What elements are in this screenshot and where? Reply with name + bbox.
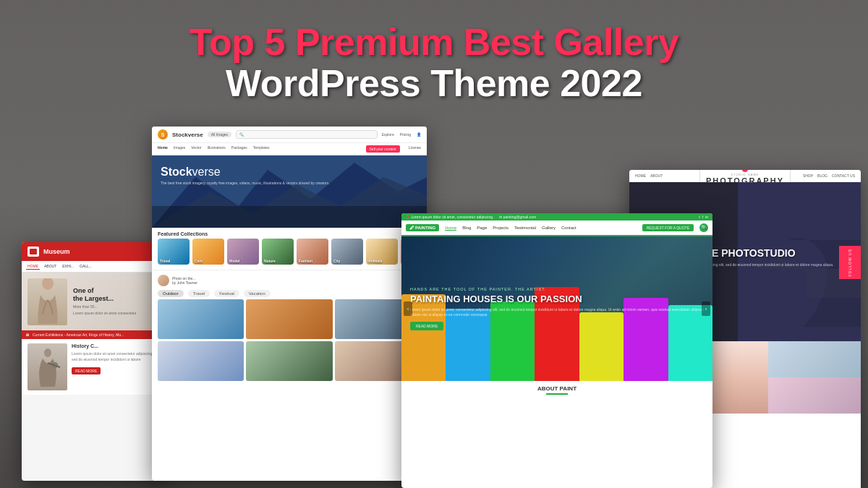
painting-prev-arrow[interactable]: ‹ [404,301,412,316]
stock-grid-item-1[interactable] [158,299,244,339]
painting-nav-blog[interactable]: Blog [462,226,471,230]
painting-topbar: 📍 Lorem ipsum dolor sit amet, consectetu… [401,213,712,221]
painting-next-arrow[interactable]: › [702,301,710,316]
museum-title: Museum [43,248,70,255]
stock-subnav: Home Images Vector Illustrations Package… [152,143,427,155]
painting-nav-home[interactable]: Home [445,226,456,231]
stock-author-name: by John Towner [172,281,197,285]
title-line2: WordPress Theme 2022 [0,63,868,104]
stock-tab-vacation[interactable]: Vacation [244,290,271,297]
coll-cars[interactable]: Cars [192,239,224,265]
stock-collections-title: Featured Collections [152,228,427,239]
coll-city[interactable]: City [331,239,363,265]
stock-hero-title: Stockverse [161,166,418,179]
stock-user[interactable]: 👤 [417,132,421,137]
stock-license[interactable]: License [409,145,421,153]
museum-hero-heading: One ofthe Largest... [73,287,161,303]
photo-gallery-side-bot[interactable] [768,377,861,414]
painting-logo-icon: 🖌 [409,226,414,230]
stock-sell-btn[interactable]: Sell your content [366,145,400,153]
museum-section: History C... Lorem ipsum dolor sit amet … [22,339,166,395]
museum-hero-p: More than 50... [73,304,161,309]
photo-gallery-side-top[interactable] [768,341,861,377]
coll-nature[interactable]: Nature [262,239,294,265]
coll-model[interactable]: Model [227,239,259,265]
stock-grid-item-5[interactable] [246,341,332,381]
coll-travel[interactable]: Travel [158,239,190,265]
painting-facebook[interactable]: f [702,215,703,219]
photo-nav-blog[interactable]: BLOG [817,174,827,178]
stock-pricing[interactable]: Pricing [400,132,411,137]
painting-about-title: ABOUT PAINT [407,385,707,392]
stock-nav-home[interactable]: Home [158,145,168,153]
museum-nav-gallery[interactable]: GALL... [78,263,93,270]
painting-logo-text: PAINTING [415,226,435,230]
photo-gallery-side [768,341,861,414]
photo-logo-dot [742,170,748,172]
photo-nav-home[interactable]: HOME [635,174,646,178]
museum-nav-about[interactable]: ABOUT [43,263,58,270]
painting-topbar-text: 📍 Lorem ipsum dolor sit amet, consectetu… [406,215,493,219]
museum-banner-text: Current Exhibitions - American Art, King… [33,333,124,337]
painting-search-btn[interactable]: 🔍 [699,223,708,232]
stock-nav-vector[interactable]: Vector [191,145,201,153]
stock-grid-item-2[interactable] [246,299,332,339]
museum-person-svg [30,278,66,325]
painting-hero-sub: Hands Are The Tool Of The Painter. The A… [410,287,704,291]
stock-topbar: S Stockverse All Images 🔍 Explore Pricin… [152,127,427,143]
museum-nav-home[interactable]: HOME [26,263,40,270]
museum-banner: 🏛 Current Exhibitions - American Art, Ki… [22,330,166,339]
museum-nav-exh[interactable]: EXHI... [61,263,75,270]
stock-nav-tmpl[interactable]: Templates [253,145,270,153]
painting-theme-card[interactable]: 📍 Lorem ipsum dolor sit amet, consectetu… [401,213,712,488]
photo-right-panel: FOLLOW US [839,246,861,279]
painting-twitter[interactable]: t [699,215,699,219]
painting-nav-gallery[interactable]: Gallery [542,226,556,230]
stock-nav-images[interactable]: Images [174,145,185,153]
stock-collections-row: Travel Cars Model Nature Fashion City An… [152,239,427,268]
museum-hero-image [27,278,67,325]
painting-topbar-email: ✉ painting@gmail.com [499,215,536,219]
stockverse-theme-card[interactable]: S Stockverse All Images 🔍 Explore Pricin… [152,127,427,481]
photo-nav-about[interactable]: ABOUT [650,174,663,178]
stock-search[interactable]: 🔍 [236,130,378,139]
painting-nav: 🖌 PAINTING Home Blog Page Projects Testi… [401,221,712,236]
museum-hero-desc: Lorem ipsum dolor sit amet consectetur [73,311,161,316]
stock-badge[interactable]: All Images [208,132,231,137]
coll-fashion[interactable]: Fashion [297,239,328,265]
stock-nav-illus[interactable]: Illustrations [208,145,226,153]
title-line1: Top 5 Premium Best Gallery [0,22,868,63]
photo-nav-shop[interactable]: SHOP [803,174,813,178]
stock-tab-festival[interactable]: Festival [214,290,239,297]
stock-nav-pkg[interactable]: Packages [231,145,247,153]
painting-instagram[interactable]: in [705,215,708,219]
museum-theme-card[interactable]: Museum 📞 HOME ABOUT EXHI... GALL... One … [22,242,166,481]
painting-nav-projects[interactable]: Projects [493,226,509,230]
stock-explore[interactable]: Explore [382,132,394,137]
museum-header: Museum 📞 [22,242,166,261]
museum-banner-icon: 🏛 [26,333,30,337]
painting-about-divider [546,393,568,395]
painting-nav-testimonial[interactable]: Testimonial [514,226,536,230]
museum-logo-icon [27,247,39,257]
photo-nav-contact[interactable]: CONTACT US [832,174,855,178]
stock-logo-text: Stockverse [172,132,203,138]
museum-statue-img [27,343,67,390]
painting-nav-page[interactable]: Page [477,226,487,230]
painting-quote-btn[interactable]: REQUEST FOR A QUOTE [642,224,694,231]
painting-read-more-btn[interactable]: READ MORE [410,322,443,330]
painting-nav-contact[interactable]: Contact [561,226,576,230]
museum-statue-svg [30,347,66,390]
painting-nav-arrows: ‹ › [401,301,712,316]
stock-hero: Stockverse The best free stock imagery, … [152,155,427,228]
coll-animals[interactable]: Animals [366,239,398,265]
stock-grid-item-4[interactable] [158,341,244,381]
svg-rect-7 [152,206,427,228]
painting-logo: 🖌 PAINTING [406,224,439,231]
photo-nav: HOME ABOUT STUDIO NAME PHOTOGRAPHY SHOP … [629,170,861,182]
museum-read-more-btn[interactable]: READ MORE [72,367,101,374]
stock-tab-outdoor[interactable]: Outdoor [158,290,184,297]
stock-author-info: Photo on the... by John Towner [172,276,197,285]
stock-tab-travel[interactable]: Travel [188,290,210,297]
photo-follow-label: FOLLOW US [848,249,852,276]
